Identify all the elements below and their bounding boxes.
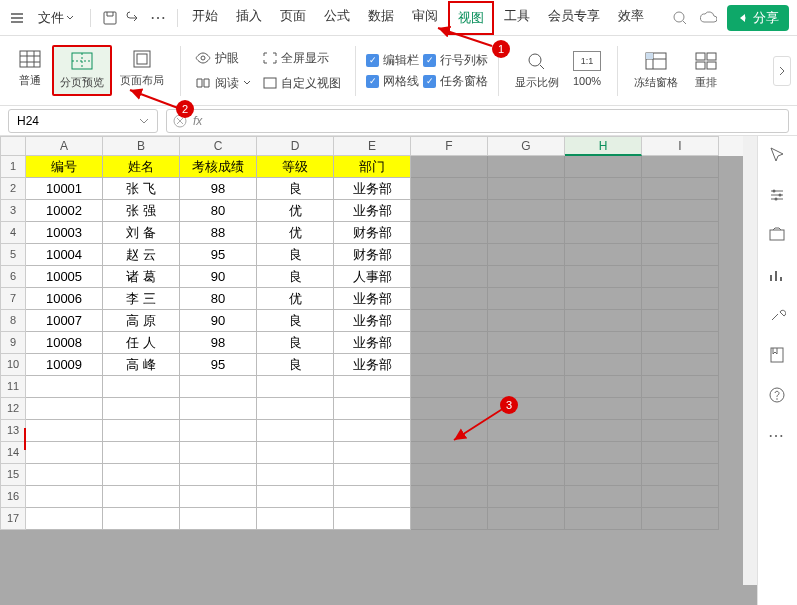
cell-C5[interactable]: 95 — [180, 244, 257, 266]
cell-G14[interactable] — [488, 442, 565, 464]
cell-H3[interactable] — [565, 200, 642, 222]
cell-E15[interactable] — [334, 464, 411, 486]
cell-D13[interactable] — [257, 420, 334, 442]
cell-G12[interactable] — [488, 398, 565, 420]
cell-H14[interactable] — [565, 442, 642, 464]
cell-D11[interactable] — [257, 376, 334, 398]
cell-E13[interactable] — [334, 420, 411, 442]
help-icon[interactable] — [768, 386, 788, 406]
cell-B5[interactable]: 赵 云 — [103, 244, 180, 266]
formula-input[interactable]: fx — [166, 109, 789, 133]
cell-I12[interactable] — [642, 398, 719, 420]
cell-C10[interactable]: 95 — [180, 354, 257, 376]
cell-A3[interactable]: 10002 — [26, 200, 103, 222]
cell-G2[interactable] — [488, 178, 565, 200]
cell-A7[interactable]: 10006 — [26, 288, 103, 310]
cell-B17[interactable] — [103, 508, 180, 530]
cell-C8[interactable]: 90 — [180, 310, 257, 332]
row-header-15[interactable]: 15 — [0, 464, 26, 486]
cell-G8[interactable] — [488, 310, 565, 332]
cell-B4[interactable]: 刘 备 — [103, 222, 180, 244]
cell-E4[interactable]: 财务部 — [334, 222, 411, 244]
row-header-12[interactable]: 12 — [0, 398, 26, 420]
cell-D10[interactable]: 良 — [257, 354, 334, 376]
grid[interactable]: ABCDEFGHI 第 1 页第 1 页 第 2 页 1编号姓名考核成绩等级部门… — [0, 136, 757, 605]
row-header-8[interactable]: 8 — [0, 310, 26, 332]
cell-A4[interactable]: 10003 — [26, 222, 103, 244]
cell-D3[interactable]: 优 — [257, 200, 334, 222]
cell-H10[interactable] — [565, 354, 642, 376]
cell-F1[interactable] — [411, 156, 488, 178]
cell-E10[interactable]: 业务部 — [334, 354, 411, 376]
settings-icon[interactable] — [768, 186, 788, 206]
cell-H11[interactable] — [565, 376, 642, 398]
row-header-4[interactable]: 4 — [0, 222, 26, 244]
formula-bar-checkbox[interactable]: ✓编辑栏 — [366, 52, 419, 69]
row-col-checkbox[interactable]: ✓行号列标 — [423, 52, 488, 69]
cell-F16[interactable] — [411, 486, 488, 508]
col-header-F[interactable]: F — [411, 136, 488, 156]
cell-F13[interactable] — [411, 420, 488, 442]
cell-G17[interactable] — [488, 508, 565, 530]
cell-H5[interactable] — [565, 244, 642, 266]
row-header-11[interactable]: 11 — [0, 376, 26, 398]
cell-C1[interactable]: 考核成绩 — [180, 156, 257, 178]
cell-A5[interactable]: 10004 — [26, 244, 103, 266]
tab-insert[interactable]: 插入 — [228, 1, 270, 35]
cell-H16[interactable] — [565, 486, 642, 508]
row-header-5[interactable]: 5 — [0, 244, 26, 266]
cell-F6[interactable] — [411, 266, 488, 288]
cell-I13[interactable] — [642, 420, 719, 442]
cell-A17[interactable] — [26, 508, 103, 530]
row-header-16[interactable]: 16 — [0, 486, 26, 508]
cell-H2[interactable] — [565, 178, 642, 200]
col-header-E[interactable]: E — [334, 136, 411, 156]
hamburger-icon[interactable] — [8, 9, 26, 27]
cell-D2[interactable]: 良 — [257, 178, 334, 200]
cell-A2[interactable]: 10001 — [26, 178, 103, 200]
cell-G1[interactable] — [488, 156, 565, 178]
cell-C9[interactable]: 98 — [180, 332, 257, 354]
cell-A13[interactable] — [26, 420, 103, 442]
cell-E17[interactable] — [334, 508, 411, 530]
cell-A1[interactable]: 编号 — [26, 156, 103, 178]
name-box[interactable]: H24 — [8, 109, 158, 133]
search-icon[interactable] — [671, 9, 689, 27]
cell-I2[interactable] — [642, 178, 719, 200]
cell-G7[interactable] — [488, 288, 565, 310]
cell-E16[interactable] — [334, 486, 411, 508]
zoom-100-button[interactable]: 1:1 100% — [567, 47, 607, 91]
tab-data[interactable]: 数据 — [360, 1, 402, 35]
cell-B2[interactable]: 张 飞 — [103, 178, 180, 200]
cloud-icon[interactable] — [699, 9, 717, 27]
row-header-3[interactable]: 3 — [0, 200, 26, 222]
cell-F5[interactable] — [411, 244, 488, 266]
cell-A8[interactable]: 10007 — [26, 310, 103, 332]
cell-F17[interactable] — [411, 508, 488, 530]
cell-H4[interactable] — [565, 222, 642, 244]
cell-B6[interactable]: 诸 葛 — [103, 266, 180, 288]
cell-F4[interactable] — [411, 222, 488, 244]
cell-A11[interactable] — [26, 376, 103, 398]
cell-A14[interactable] — [26, 442, 103, 464]
cell-D4[interactable]: 优 — [257, 222, 334, 244]
cell-I9[interactable] — [642, 332, 719, 354]
cell-A15[interactable] — [26, 464, 103, 486]
cell-B9[interactable]: 任 人 — [103, 332, 180, 354]
cell-E11[interactable] — [334, 376, 411, 398]
cell-H8[interactable] — [565, 310, 642, 332]
cell-G11[interactable] — [488, 376, 565, 398]
cell-E2[interactable]: 业务部 — [334, 178, 411, 200]
cell-E7[interactable]: 业务部 — [334, 288, 411, 310]
cell-F11[interactable] — [411, 376, 488, 398]
cell-D16[interactable] — [257, 486, 334, 508]
cell-I1[interactable] — [642, 156, 719, 178]
row-header-14[interactable]: 14 — [0, 442, 26, 464]
cell-E1[interactable]: 部门 — [334, 156, 411, 178]
cell-C15[interactable] — [180, 464, 257, 486]
file-menu[interactable]: 文件 — [32, 5, 80, 31]
tab-page[interactable]: 页面 — [272, 1, 314, 35]
cell-E8[interactable]: 业务部 — [334, 310, 411, 332]
row-header-10[interactable]: 10 — [0, 354, 26, 376]
normal-view-button[interactable]: 普通 — [10, 45, 50, 92]
